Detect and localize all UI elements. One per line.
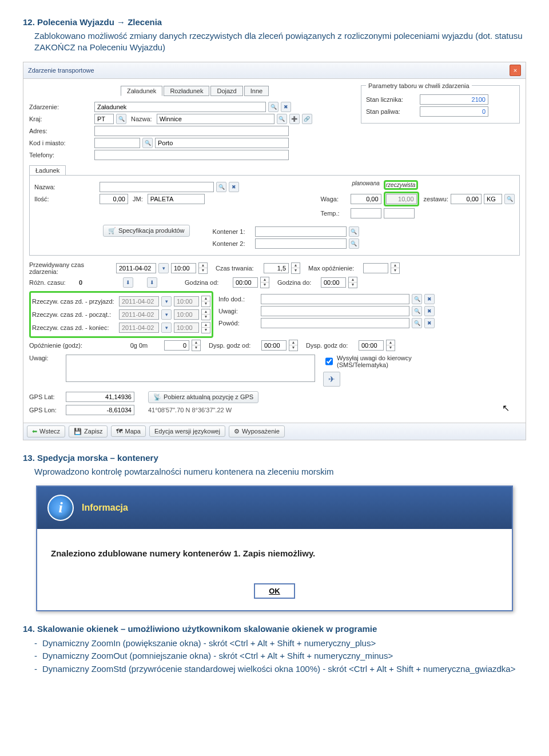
spinner[interactable]: ▲▼ bbox=[391, 262, 400, 274]
kont2-input[interactable] bbox=[255, 238, 347, 249]
spec-products-button[interactable]: 🛒Specyfikacja produktów bbox=[103, 225, 190, 237]
gps-lat-input[interactable] bbox=[66, 392, 134, 402]
info-dod-input[interactable] bbox=[261, 294, 409, 304]
arrow-down-icon[interactable]: ⬇ bbox=[147, 277, 157, 288]
link-icon[interactable]: 🔗 bbox=[302, 114, 312, 124]
gear-icon: ⚙ bbox=[234, 428, 240, 435]
lookup-icon[interactable]: 🔍 bbox=[349, 238, 359, 249]
calendar-icon[interactable]: ▾ bbox=[161, 323, 172, 333]
spinner[interactable]: ▲▼ bbox=[289, 340, 298, 351]
waga-plan-input[interactable] bbox=[351, 194, 381, 204]
lookup-icon[interactable]: 🔍 bbox=[412, 294, 422, 304]
lookup-icon[interactable]: 🔍 bbox=[116, 114, 126, 124]
nazwa-input[interactable] bbox=[157, 114, 274, 124]
l-jm-input[interactable] bbox=[148, 194, 205, 204]
clear-icon[interactable]: ✖ bbox=[229, 182, 239, 192]
temp-input[interactable] bbox=[351, 208, 381, 218]
map-button[interactable]: 🗺Mapa bbox=[111, 425, 146, 437]
lookup-icon[interactable]: 🔍 bbox=[412, 306, 422, 316]
arrow-down-icon[interactable]: ⬇ bbox=[123, 277, 133, 288]
dysp-do-input[interactable] bbox=[359, 340, 384, 351]
lang-edit-button[interactable]: Edycja wersji językowej bbox=[149, 425, 225, 437]
tab-dojazd[interactable]: Dojazd bbox=[210, 86, 242, 96]
godz-do-input[interactable] bbox=[321, 277, 346, 288]
powod-input[interactable] bbox=[261, 318, 409, 328]
miasto-input[interactable] bbox=[155, 138, 289, 148]
spinner[interactable]: ▲▼ bbox=[201, 309, 210, 320]
lookup-icon[interactable]: 🔍 bbox=[412, 318, 422, 328]
tab-inne[interactable]: Inne bbox=[244, 86, 269, 96]
zdarzenie-input[interactable] bbox=[94, 102, 266, 112]
uwagi2-textarea[interactable] bbox=[66, 355, 315, 382]
lookup-icon[interactable]: 🔍 bbox=[142, 138, 153, 148]
list-item: Dynamiczny ZoomStd (przywrócenie standar… bbox=[34, 663, 526, 676]
tab-ladunek[interactable]: Ładunek bbox=[29, 165, 66, 175]
l-ilosc-input[interactable] bbox=[100, 194, 128, 204]
cursor-icon: ↖ bbox=[502, 403, 510, 413]
przew-time[interactable] bbox=[171, 263, 196, 273]
info-dialog-title: Informacja bbox=[82, 503, 128, 513]
equipment-button[interactable]: ⚙Wyposażenie bbox=[229, 425, 285, 437]
clear-icon[interactable]: ✖ bbox=[424, 318, 435, 328]
lookup-icon[interactable]: 🔍 bbox=[504, 194, 515, 204]
waga-rz-input bbox=[386, 194, 417, 204]
stan-licz-input[interactable] bbox=[420, 94, 488, 105]
spinner[interactable]: ▲▼ bbox=[201, 296, 210, 307]
lookup-icon[interactable]: 🔍 bbox=[349, 226, 359, 237]
back-button[interactable]: ⬅Wstecz bbox=[27, 425, 65, 437]
dysp-od-input[interactable] bbox=[261, 340, 287, 351]
przew-date[interactable] bbox=[116, 263, 156, 273]
temp2-input[interactable] bbox=[384, 208, 415, 218]
clear-icon[interactable]: ✖ bbox=[281, 102, 291, 112]
l-nazwa-input[interactable] bbox=[100, 182, 214, 192]
kont1-label: Kontener 1: bbox=[213, 228, 253, 235]
maxop-input[interactable] bbox=[363, 263, 388, 273]
waga-rz-hdr: rzeczywista bbox=[385, 182, 416, 188]
wysyl-checkbox[interactable] bbox=[325, 356, 333, 367]
spinner[interactable]: ▲▼ bbox=[260, 277, 269, 288]
spinner[interactable]: ▲▼ bbox=[201, 322, 210, 333]
spinner[interactable]: ▲▼ bbox=[386, 340, 395, 351]
lookup-icon[interactable]: 🔍 bbox=[268, 102, 279, 112]
lookup-icon[interactable]: 🔍 bbox=[216, 182, 226, 192]
heading-14-num: 14. bbox=[23, 624, 35, 634]
kraj-input[interactable] bbox=[94, 114, 114, 124]
save-button[interactable]: 💾Zapisz bbox=[69, 425, 108, 437]
add-icon[interactable]: ➕ bbox=[289, 114, 300, 124]
spinner[interactable]: ▲▼ bbox=[291, 262, 300, 274]
calendar-icon[interactable]: ▾ bbox=[161, 309, 172, 320]
stan-licz-label: Stan licznika: bbox=[366, 96, 417, 103]
adres-input[interactable] bbox=[94, 126, 289, 136]
send-icon[interactable]: ✈ bbox=[323, 372, 340, 387]
heading-12-title: Polecenia Wyjazdu → Zlecenia bbox=[37, 17, 162, 27]
tel-input[interactable] bbox=[94, 150, 289, 160]
kod-input[interactable] bbox=[94, 138, 140, 148]
ok-button[interactable]: OK bbox=[254, 583, 295, 599]
spinner[interactable]: ▲▼ bbox=[348, 277, 357, 288]
calendar-icon[interactable]: ▾ bbox=[161, 296, 172, 307]
cart-icon: 🛒 bbox=[108, 227, 116, 234]
godz-od-input[interactable] bbox=[233, 277, 258, 288]
info-dialog-message: Znaleziono zdublowane numery kontenerów … bbox=[37, 529, 512, 578]
spinner[interactable]: ▲▼ bbox=[192, 340, 201, 351]
clear-icon[interactable]: ✖ bbox=[424, 306, 435, 316]
tab-zaladunek[interactable]: Załadunek bbox=[121, 86, 162, 96]
czas-trw-input[interactable] bbox=[264, 263, 289, 273]
stan-pal-input[interactable] bbox=[420, 106, 488, 117]
calendar-icon[interactable]: ▾ bbox=[158, 263, 169, 273]
lookup-icon[interactable]: 🔍 bbox=[277, 114, 287, 124]
zestawu-unit[interactable] bbox=[484, 194, 502, 204]
gps-fetch-button[interactable]: 📡Pobierz aktualną pozycję z GPS bbox=[148, 391, 258, 403]
gps-lon-input[interactable] bbox=[66, 405, 134, 415]
spinner[interactable]: ▲▼ bbox=[198, 262, 208, 274]
stan-pal-label: Stan paliwa: bbox=[366, 108, 417, 115]
tab-rozladunek[interactable]: Rozładunek bbox=[164, 86, 209, 96]
nazwa-label: Nazwa: bbox=[131, 116, 152, 122]
opozn-input[interactable] bbox=[164, 340, 189, 351]
clear-icon[interactable]: ✖ bbox=[424, 294, 435, 304]
zestawu-input[interactable] bbox=[451, 194, 482, 204]
l-nazwa-label: Nazwa: bbox=[34, 184, 97, 190]
uwagi-input[interactable] bbox=[261, 306, 409, 316]
kont1-input[interactable] bbox=[255, 226, 347, 237]
close-icon[interactable]: × bbox=[510, 65, 521, 76]
